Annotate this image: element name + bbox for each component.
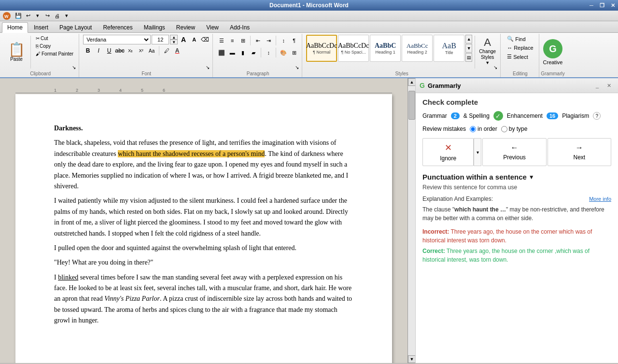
paragraph-expand[interactable]: ↘ [295,65,301,70]
grow-font-button[interactable]: A [179,35,188,44]
more-info-link[interactable]: More info [589,196,611,202]
grammarly-group: G Creative Grammarly [540,34,566,77]
next-button[interactable]: → Next [548,138,611,166]
cut-button[interactable]: ✂ Cut [33,35,76,42]
grammar-label: Grammar [422,112,447,119]
font-size-controls: ▲ ▼ [170,35,178,44]
format-painter-button[interactable]: 🖌 Format Painter [33,50,76,57]
close-button[interactable]: ✕ [607,0,618,11]
scroll-thumb[interactable] [408,91,415,120]
font-size-input[interactable] [152,35,169,44]
sort-button[interactable]: ↕ [279,36,288,45]
numbering-button[interactable]: ≡ [227,36,237,45]
previous-button[interactable]: ← Previous [482,138,546,166]
font-name-select[interactable]: Verdana [83,35,151,44]
plagiarism-info-button[interactable]: ? [593,112,601,120]
window-title: Document1 - Microsoft Word [269,2,349,9]
suggestion-dropdown-icon[interactable]: ▼ [529,174,534,181]
style-normal[interactable]: AaBbCcDc ¶ Normal [306,35,337,62]
restore-button[interactable]: ❐ [597,0,607,11]
ignore-dropdown[interactable]: ▾ [474,138,481,166]
next-label: Next [573,154,585,161]
styles-more[interactable]: ▤ [465,53,472,62]
tab-page-layout[interactable]: Page Layout [54,22,97,32]
superscript-button[interactable]: X² [136,46,146,56]
by-type-radio[interactable]: by type [501,126,528,132]
bullets-button[interactable]: ☰ [217,36,226,45]
explanation-label: Explanation And Examples: [422,196,493,202]
copy-button[interactable]: ⎘ Copy [33,42,76,50]
styles-scroll-down[interactable]: ▼ [465,44,472,53]
tab-view[interactable]: View [201,22,224,32]
grammarly-panel-title: Grammarly [428,82,461,89]
show-hide-button[interactable]: ¶ [289,36,299,45]
clear-formatting-button[interactable]: ⌫ [200,35,210,44]
scroll-down-button[interactable]: ▼ [408,355,416,363]
bold-button[interactable]: B [83,46,93,56]
select-button[interactable]: ☰ Select [505,53,531,61]
grammarly-creative-label: Creative [543,59,563,65]
clipboard-expand[interactable]: ↘ [72,65,78,70]
style-title[interactable]: AaB Title [434,35,464,62]
align-left-button[interactable]: ⬛ [217,48,226,57]
tab-insert[interactable]: Insert [28,22,54,32]
change-case-button[interactable]: Aa [147,46,156,56]
inc-indent-button[interactable]: ⇥ [264,36,273,45]
shrink-font-button[interactable]: A [189,35,199,44]
ignore-button[interactable]: ✕ Ignore [422,138,474,166]
grammarly-minimize[interactable]: _ [592,80,603,91]
line-spacing-button[interactable]: ↕ [264,48,273,57]
shading-button[interactable]: 🎨 [279,48,288,57]
paste-button[interactable]: 📋 Paste [5,35,28,70]
text-highlight-button[interactable]: 🖊 [162,46,171,56]
tab-references[interactable]: References [98,22,138,32]
para-row2: ⬛ ▬ ▮ ▰ ↕ 🎨 ⊞ [217,47,299,58]
decrease-font-size[interactable]: ▼ [170,40,178,44]
tab-home[interactable]: Home [2,22,28,33]
font-expand[interactable]: ↘ [206,65,211,70]
suggestion-title: Punctuation within a sentence ▼ [422,173,611,181]
tab-mailings[interactable]: Mailings [139,22,170,32]
undo-button[interactable]: ↩ [23,11,33,21]
multilevel-button[interactable]: ⊞ [238,36,248,45]
scroll-up-button[interactable]: ▲ [408,78,416,86]
styles-scroll-up[interactable]: ▲ [465,35,472,43]
style-no-spacing[interactable]: AaBbCcDc ¶ No Spaci... [338,35,369,62]
align-center-button[interactable]: ▬ [227,48,237,57]
find-button[interactable]: 🔍 Find [505,35,528,43]
italic-button[interactable]: I [94,46,103,56]
font-format-row: B I U abc X₂ X² Aa 🖊 A [83,45,182,56]
nav-buttons: ✕ Ignore ▾ ← Previous → Next [422,138,611,166]
blinked-word: blinked [58,274,78,281]
justify-button[interactable]: ▰ [249,48,258,57]
office-button[interactable]: W [2,11,12,21]
borders-button[interactable]: ⊞ [289,48,299,57]
align-right-button[interactable]: ▮ [238,48,248,57]
document-page[interactable]: Darkness. The black, shapeless, void tha… [15,94,392,363]
redo-button[interactable]: ↪ [42,11,52,21]
font-color-button[interactable]: A [172,46,182,56]
grammarly-icon[interactable]: G [543,39,562,58]
grammarly-label: Grammarly [540,71,566,76]
paragraph-group: ☰ ≡ ⊞ ⇤ ⇥ ↕ ¶ ⬛ ▬ ▮ ▰ ↕ 🎨 ⊞ P [214,34,302,77]
undo-dropdown[interactable]: ▾ [33,11,42,21]
underline-button[interactable]: U [104,46,114,56]
print-preview-button[interactable]: 🖨 [52,11,62,21]
style-heading2[interactable]: AaBbCc Heading 2 [402,35,433,62]
replace-button[interactable]: ↔ Replace [505,44,535,52]
grammarly-close[interactable]: ✕ [604,80,614,91]
increase-font-size[interactable]: ▲ [170,35,178,40]
style-heading1[interactable]: AaBbC Heading 1 [370,35,401,62]
more-qa-button[interactable]: ▾ [62,11,71,21]
strikethrough-button[interactable]: abc [115,46,125,56]
styles-expand[interactable]: ↘ [493,65,499,70]
scroll-track[interactable] [408,86,415,355]
minimize-button[interactable]: ─ [586,0,597,11]
change-styles-button[interactable]: A ChangeStyles ▼ [478,35,497,67]
subscript-button[interactable]: X₂ [126,46,135,56]
save-button[interactable]: 💾 [14,11,23,21]
tab-add-ins[interactable]: Add-Ins [225,22,255,32]
dec-indent-button[interactable]: ⇤ [253,36,263,45]
in-order-radio[interactable]: in order [470,126,497,132]
tab-review[interactable]: Review [171,22,200,32]
